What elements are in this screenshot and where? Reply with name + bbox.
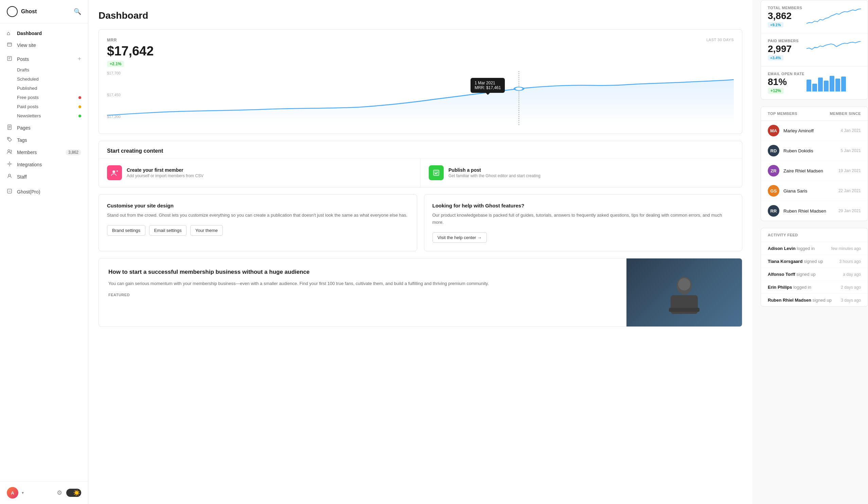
activity-text: Adison Levin logged in [768, 246, 815, 251]
published-label: Published [17, 86, 37, 91]
activity-row: Alfonso Torff signed up a day ago [761, 268, 868, 281]
sidebar-view-site-label: View site [17, 42, 36, 48]
sidebar-item-view-site[interactable]: View site [0, 39, 88, 51]
free-posts-label: Free posts [17, 95, 39, 100]
activity-time: 3 hours ago [839, 259, 861, 264]
user-menu[interactable]: A ▾ [7, 487, 24, 498]
sidebar-item-tags[interactable]: Tags [0, 134, 88, 146]
article-card: How to start a successful membership bus… [99, 258, 742, 327]
activity-row: Ruben Rhiel Madsen signed up 3 days ago [761, 294, 868, 306]
publish-post-title: Publish a post [448, 167, 540, 173]
paid-members-stat: PAID MEMBERS 2,997 +3.4% [761, 33, 868, 66]
bar [830, 76, 834, 91]
member-avatar: GS [768, 185, 779, 196]
total-members-info: TOTAL MEMBERS 3,862 +9.1% [768, 6, 802, 28]
sidebar: Ghost 🔍 ⌂ Dashboard View site [0, 0, 88, 504]
sidebar-logo[interactable]: Ghost [7, 6, 37, 17]
sidebar-item-free-posts[interactable]: Free posts [0, 93, 88, 102]
visit-help-center-button[interactable]: Visit the help center → [433, 232, 487, 243]
email-open-info: EMAIL OPEN RATE 81% +12% [768, 72, 805, 94]
help-title: Looking for help with Ghost features? [433, 203, 734, 209]
activity-time: 2 days ago [841, 285, 861, 290]
create-member-text: Create your first member Add yourself or… [127, 167, 204, 178]
member-date: 19 Jan 2021 [838, 168, 861, 173]
pages-label: Pages [17, 125, 31, 131]
email-open-label: EMAIL OPEN RATE [768, 72, 805, 76]
member-row[interactable]: GS Giana Saris 22 Jan 2021 [761, 181, 868, 201]
activity-text: Tiana Korsgaard signed up [768, 259, 823, 264]
start-content-card: Start creating content Create your first… [99, 141, 742, 188]
member-row[interactable]: RD Ruben Dokidis 5 Jan 2021 [761, 141, 868, 161]
svg-rect-4 [8, 57, 12, 61]
search-icon[interactable]: 🔍 [74, 8, 81, 15]
svg-point-1 [10, 10, 14, 14]
activity-user: Erin Philips [768, 285, 792, 290]
sidebar-item-scheduled[interactable]: Scheduled [0, 74, 88, 84]
sidebar-item-posts[interactable]: Posts + [0, 53, 88, 65]
top-members-label: TOP MEMBERS [768, 112, 797, 115]
activity-action: logged in [797, 246, 815, 251]
sidebar-item-drafts[interactable]: Drafts [0, 65, 88, 74]
sidebar-item-ghost-pro[interactable]: Ghost(Pro) [0, 186, 88, 198]
nav-section-main: ⌂ Dashboard View site [0, 28, 88, 51]
article-desc: You can gain serious momentum with your … [108, 280, 617, 288]
paid-members-value: 2,997 [768, 43, 799, 54]
svg-rect-2 [8, 43, 12, 46]
create-member-action[interactable]: Create your first member Add yourself or… [99, 159, 421, 187]
svg-rect-29 [669, 308, 700, 312]
dashboard-icon: ⌂ [7, 30, 13, 37]
posts-icon [7, 56, 13, 63]
create-member-icon [107, 165, 122, 180]
tags-label: Tags [17, 138, 27, 143]
posts-label: Posts [17, 57, 29, 62]
members-list: MA Marley Aminoff 4 Jan 2021 RD Ruben Do… [761, 121, 868, 221]
paid-members-label: PAID MEMBERS [768, 39, 799, 43]
member-date: 22 Jan 2021 [838, 189, 861, 193]
bar [812, 84, 817, 91]
brand-settings-button[interactable]: Brand settings [107, 225, 145, 236]
member-avatar: RD [768, 145, 779, 157]
mrr-period: LAST 30 DAYS [706, 38, 734, 42]
sidebar-nav: ⌂ Dashboard View site [0, 23, 88, 481]
ghost-logo-icon [7, 6, 18, 17]
article-content: How to start a successful membership bus… [99, 259, 627, 326]
dark-mode-toggle[interactable] [66, 489, 81, 497]
article-image-placeholder [627, 259, 742, 326]
article-image [627, 259, 742, 326]
members-header: TOP MEMBERS MEMBER SINCE [761, 107, 868, 121]
tooltip-mrr: MRR: $17,461 [475, 85, 501, 90]
sidebar-item-published[interactable]: Published [0, 84, 88, 93]
your-theme-button[interactable]: Your theme [190, 225, 223, 236]
email-settings-button[interactable]: Email settings [149, 225, 187, 236]
members-label: Members [17, 150, 37, 155]
activity-user: Tiana Korsgaard [768, 259, 803, 264]
settings-icon[interactable]: ⚙ [57, 489, 62, 496]
member-row[interactable]: RR Ruben Rhiel Madsen 29 Jan 2021 [761, 201, 868, 221]
paid-members-info: PAID MEMBERS 2,997 +3.4% [768, 39, 799, 61]
sidebar-item-integrations[interactable]: Integrations [0, 159, 88, 171]
activity-action: signed up [804, 259, 823, 264]
bar [824, 81, 829, 91]
sidebar-item-pages[interactable]: Pages [0, 122, 88, 134]
member-avatar: MA [768, 125, 779, 137]
app-name: Ghost [21, 9, 37, 14]
sidebar-item-paid-posts[interactable]: Paid posts [0, 102, 88, 111]
activity-action: signed up [796, 272, 815, 277]
footer-actions: ⚙ [57, 489, 81, 497]
publish-post-action[interactable]: Publish a post Get familiar with the Gho… [421, 159, 742, 187]
sidebar-item-dashboard[interactable]: ⌂ Dashboard [0, 28, 88, 39]
ghost-pro-label: Ghost(Pro) [17, 189, 40, 194]
member-row[interactable]: ZR Zaire Rhiel Madsen 19 Jan 2021 [761, 161, 868, 181]
sidebar-item-staff[interactable]: Staff [0, 171, 88, 183]
total-members-label: TOTAL MEMBERS [768, 6, 802, 10]
stats-block: TOTAL MEMBERS 3,862 +9.1% PAID MEMBERS 2… [761, 0, 868, 100]
sidebar-item-newsletters[interactable]: Newsletters [0, 111, 88, 120]
member-row[interactable]: MA Marley Aminoff 4 Jan 2021 [761, 121, 868, 141]
sidebar-item-members[interactable]: Members 3,862 [0, 146, 88, 159]
mrr-change-badge: +2.1% [107, 61, 124, 67]
activity-row: Adison Levin logged in few minutes ago [761, 242, 868, 255]
add-post-button[interactable]: + [78, 56, 81, 63]
paid-posts-label: Paid posts [17, 104, 38, 109]
activity-text: Alfonso Torff signed up [768, 272, 816, 277]
member-name: Giana Saris [783, 189, 838, 193]
